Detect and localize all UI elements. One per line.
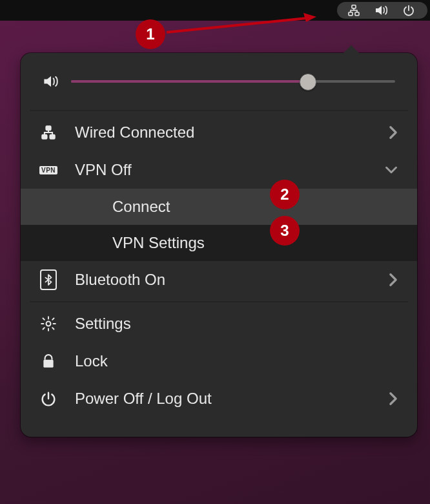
- power-icon: [36, 391, 61, 406]
- power-row[interactable]: Power Off / Log Out: [21, 380, 417, 417]
- chevron-down-icon: [385, 165, 398, 174]
- vpn-row[interactable]: VPN VPN Off: [21, 151, 417, 189]
- chevron-right-icon: [389, 392, 398, 406]
- vpn-label: VPN Off: [75, 161, 371, 179]
- chevron-right-icon: [389, 273, 398, 287]
- volume-row: [21, 53, 417, 107]
- system-menu-panel: Wired Connected VPN VPN Off Connect VPN …: [21, 53, 417, 437]
- lock-label: Lock: [75, 352, 398, 370]
- svg-rect-0: [352, 5, 356, 8]
- chevron-right-icon: [389, 125, 398, 140]
- svg-rect-1: [349, 12, 353, 16]
- volume-icon[interactable]: [374, 5, 389, 16]
- annotation-badge-2: 2: [271, 181, 298, 208]
- wired-row[interactable]: Wired Connected: [21, 114, 417, 151]
- divider: [30, 110, 408, 111]
- annotation-arrow: [164, 13, 319, 39]
- volume-icon: [43, 74, 59, 89]
- network-wired-icon[interactable]: [347, 5, 360, 16]
- vpn-connect-row[interactable]: Connect: [21, 189, 417, 225]
- wired-label: Wired Connected: [75, 123, 374, 142]
- annotation-badge-3: 3: [271, 217, 298, 244]
- annotation-badge-1: 1: [137, 21, 164, 48]
- slider-thumb[interactable]: [300, 74, 316, 90]
- svg-rect-4: [42, 135, 46, 139]
- svg-rect-7: [43, 360, 53, 368]
- settings-row[interactable]: Settings: [21, 305, 417, 342]
- svg-marker-9: [303, 13, 316, 22]
- svg-rect-3: [46, 126, 50, 130]
- svg-rect-5: [50, 135, 54, 139]
- vpn-settings-row[interactable]: VPN Settings: [21, 225, 417, 261]
- power-label: Power Off / Log Out: [75, 390, 374, 408]
- bluetooth-label: Bluetooth On: [75, 271, 374, 289]
- svg-line-8: [167, 18, 307, 32]
- power-icon[interactable]: [403, 5, 415, 16]
- bluetooth-icon: [36, 269, 61, 290]
- annotation-2-text: 2: [280, 185, 289, 204]
- lock-icon: [36, 353, 61, 369]
- annotation-3-text: 3: [280, 222, 289, 240]
- annotation-1-text: 1: [146, 25, 154, 43]
- svg-point-6: [46, 322, 51, 326]
- vpn-icon: VPN: [36, 166, 61, 174]
- panel-pointer: [343, 45, 359, 53]
- settings-label: Settings: [75, 315, 398, 333]
- divider: [30, 301, 408, 302]
- lock-row[interactable]: Lock: [21, 342, 417, 380]
- volume-slider[interactable]: [71, 74, 395, 89]
- slider-fill: [71, 80, 307, 83]
- svg-rect-2: [355, 12, 359, 16]
- network-wired-icon: [36, 125, 61, 140]
- vpn-connect-label: Connect: [112, 198, 398, 216]
- system-tray[interactable]: [337, 2, 427, 19]
- vpn-settings-label: VPN Settings: [112, 234, 398, 252]
- bluetooth-row[interactable]: Bluetooth On: [21, 261, 417, 299]
- gear-icon: [36, 315, 61, 332]
